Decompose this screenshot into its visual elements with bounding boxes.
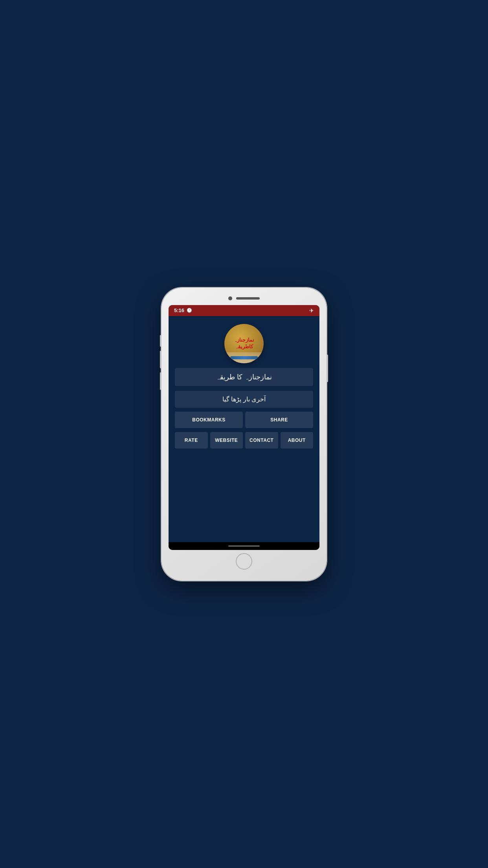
phone-bottom — [236, 550, 252, 574]
subtitle-box: آخری بار پڑھا گیا — [175, 391, 313, 408]
button-row-1: BOOKMARKS SHARE — [175, 412, 313, 428]
front-camera — [228, 296, 232, 300]
status-bar: 5:16 🕐 ✈ — [169, 305, 319, 316]
website-button[interactable]: WEBSITE — [210, 432, 243, 449]
volume-down-button[interactable] — [160, 372, 161, 390]
volume-up-button[interactable] — [160, 351, 161, 368]
contact-button[interactable]: CONTACT — [245, 432, 278, 449]
time-display: 5:16 — [174, 307, 184, 313]
about-button[interactable]: ABOUT — [281, 432, 314, 449]
power-button[interactable] — [327, 355, 328, 382]
logo-decoration — [224, 352, 264, 363]
button-row-2: RATE WEBSITE CONTACT ABOUT — [175, 432, 313, 449]
speaker — [236, 297, 260, 300]
status-right: ✈ — [309, 307, 314, 314]
logo-urdu-bottom: کاطریقہ — [234, 344, 254, 350]
clock-icon: 🕐 — [187, 308, 192, 313]
bookmarks-button[interactable]: BOOKMARKS — [175, 412, 243, 428]
logo-urdu-top: نمازجنازہ — [234, 337, 254, 344]
app-title: نمازجنازہ کا طریقہ — [216, 373, 272, 381]
phone-top-notch — [169, 295, 319, 302]
share-button[interactable]: SHARE — [245, 412, 313, 428]
airplane-icon: ✈ — [309, 307, 314, 314]
train-decoration — [230, 356, 258, 359]
app-logo: نمازجنازہ کاطریقہ — [224, 324, 264, 363]
home-indicator-line — [228, 545, 260, 547]
rate-button[interactable]: RATE — [175, 432, 208, 449]
black-bar — [169, 542, 319, 550]
mute-button[interactable] — [160, 335, 161, 347]
status-left: 5:16 🕐 — [174, 307, 192, 313]
home-button[interactable] — [236, 553, 252, 570]
title-box: نمازجنازہ کا طریقہ — [175, 368, 313, 386]
app-content: نمازجنازہ کاطریقہ نمازجنازہ کا طریقہ آخر… — [169, 316, 319, 542]
phone-screen: 5:16 🕐 ✈ نمازجنازہ کاطریقہ نمازجنا — [169, 305, 319, 550]
app-subtitle: آخری بار پڑھا گیا — [222, 396, 266, 403]
phone-frame: 5:16 🕐 ✈ نمازجنازہ کاطریقہ نمازجنا — [161, 288, 327, 581]
